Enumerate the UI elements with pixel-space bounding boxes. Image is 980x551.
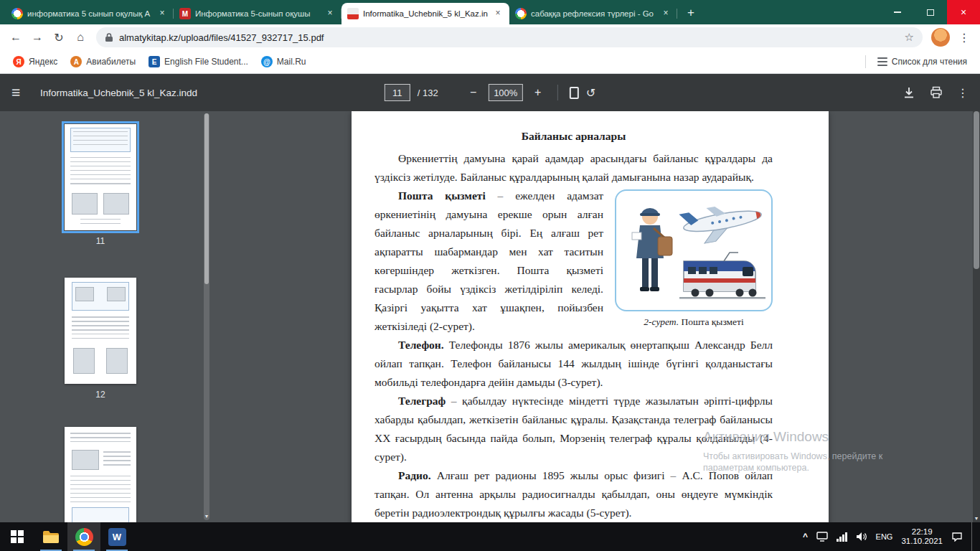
profile-avatar[interactable] [931,28,950,47]
thumbnail-text [103,451,131,468]
volume-icon[interactable] [856,532,867,542]
pdf-menu-icon[interactable]: ⋮ [957,86,969,100]
paragraph-radio: Радио. Алғаш рет радионы 1895 жылы орыс … [374,466,773,522]
sidebar-scroll-down-icon[interactable]: ▼ [204,514,209,519]
network-icon[interactable] [816,532,828,542]
taskbar-clock[interactable]: 22:19 31.10.2021 [901,527,943,546]
tab-title: информатика 5 сынып оқулық А [27,9,152,18]
pdf-page-controls: 11 / 132 − 100% + ↻ [385,84,595,101]
maximize-icon [927,9,934,16]
pdf-content-area: 11 12 [0,111,980,522]
minimize-button[interactable] [881,0,914,24]
reading-list-button[interactable]: Список для чтения [872,54,973,70]
content-scrollbar[interactable]: ▼ [973,111,980,522]
action-center-icon[interactable] [951,532,963,542]
figure-caption-text: Пошта қызметі [679,316,744,327]
bookmark-star-icon[interactable]: ☆ [905,31,914,44]
print-icon[interactable] [930,86,943,99]
bookmarks-divider [865,55,866,68]
reading-list-icon [877,57,887,66]
google-favicon [11,8,23,19]
chrome-button[interactable] [67,522,100,551]
browser-window: информатика 5 сынып оқулық А × М Информа… [0,0,980,551]
paragraph-telefon: Телефон. Телефонды 1876 жылы америкалық … [374,336,773,392]
paragraph-lead: Радио. [398,469,431,481]
forward-icon[interactable]: → [27,27,47,47]
signal-bars-icon[interactable] [837,532,847,542]
toolbar-separator [557,85,558,100]
reload-icon[interactable]: ↻ [49,27,69,47]
back-icon[interactable]: ← [6,27,26,47]
paragraph-text: Алғаш рет радионы 1895 жылы орыс физигі … [374,469,773,519]
word-icon: W [108,528,126,546]
thumbnail-text [70,433,131,446]
thumbnail-image [103,193,129,215]
bookmark-label: English File Student... [164,57,248,67]
thumbnail-page-13[interactable] [63,427,138,522]
sidebar-toggle-icon[interactable]: ≡ [11,84,36,101]
thumbnail-image [72,193,98,215]
tab-close-icon[interactable]: × [660,8,672,19]
content-scrollbar-thumb[interactable] [974,111,979,269]
bookmark-yandex[interactable]: Я Яндекс [7,53,63,70]
avia-icon: А [70,56,82,67]
bookmark-mailru[interactable]: @ Mail.Ru [255,53,312,70]
language-indicator[interactable]: ENG [876,532,893,541]
document-title: Байланыс арналары [374,127,773,146]
tab-title: Informatika_Uchebnik_5 kl_Kaz.in [363,9,488,18]
tab-search-informatika[interactable]: информатика 5 сынып оқулық А × [6,3,174,24]
paragraph-text: – ежелден адамзат өркениетінің дамуына е… [374,189,603,332]
figure-caption: 2-сурет. Пошта қызметі [640,316,748,329]
show-desktop-button[interactable] [971,522,974,551]
thumbnail-text [70,157,131,187]
sidebar-scrollbar-thumb[interactable] [204,113,209,284]
thumbnail-page-12[interactable]: 12 [63,278,138,400]
reading-list-label: Список для чтения [892,57,967,67]
tab-close-icon[interactable]: × [324,8,336,19]
thumbnail-image [73,348,95,374]
new-tab-button[interactable]: + [682,4,700,22]
tab-refleksiya[interactable]: сабаққа рефлексия түрлері - Go × [509,3,677,24]
content-scroll-down-icon[interactable]: ▼ [973,516,980,521]
sidebar-scrollbar[interactable]: ▼ [204,113,209,520]
zoom-level[interactable]: 100% [489,84,523,101]
paragraph-intro: Өркениеттің дамуына қарай адамдар арасын… [374,149,773,187]
clock-date: 31.10.2021 [901,537,943,546]
window-controls: × [881,0,980,24]
postal-service-illustration [615,189,773,311]
hidden-icons-caret[interactable]: ^ [803,532,808,542]
fit-page-icon[interactable] [570,87,579,99]
pdf-page: Байланыс арналары Өркениеттің дамуына қа… [352,111,829,522]
system-tray: ^ ENG 22:19 31.10.2021 [803,522,980,551]
maximize-button[interactable] [914,0,947,24]
word-button[interactable]: W [100,522,133,551]
windows-logo-icon [11,530,24,543]
tab-pdf-active[interactable]: Informatika_Uchebnik_5 kl_Kaz.in × [341,3,509,24]
page-number-input[interactable]: 11 [385,84,410,101]
tab-close-icon[interactable]: × [492,8,504,19]
bookmark-english-file[interactable]: E English File Student... [143,53,254,70]
tab-title: Информатика 5-сынып оқушы [195,9,320,18]
bookmark-aviabilety[interactable]: А Авиабилеты [65,53,141,70]
pdf-document-title: Informatika_Uchebnik_5 kl_Kaz.indd [40,88,197,98]
browser-menu-icon[interactable]: ⋮ [954,27,974,47]
bookmarks-bar: Я Яндекс А Авиабилеты E English File Stu… [0,50,980,74]
download-icon[interactable] [903,86,915,99]
thumbnail-text [70,476,131,503]
zoom-out-button[interactable]: − [466,86,481,99]
paragraph-lead: Пошта қызметі [398,189,486,202]
file-explorer-button[interactable] [34,522,67,551]
rotate-icon[interactable]: ↻ [586,86,595,100]
paragraph-text: Өркениеттің дамуына қарай адамдар арасын… [374,152,773,183]
home-icon[interactable]: ⌂ [70,27,90,47]
url-field[interactable]: almatykitap.kz/upload/files/41527_932717… [96,27,923,47]
tab-close-icon[interactable]: × [156,8,168,19]
start-button[interactable] [0,522,34,551]
chrome-icon [75,528,93,546]
thumbnail-page-11[interactable]: 11 [63,124,138,246]
bookmark-label: Яндекс [29,57,57,67]
zoom-in-button[interactable]: + [530,86,546,99]
close-window-button[interactable]: × [947,0,980,24]
tab-informatika-site[interactable]: М Информатика 5-сынып оқушы × [174,3,341,24]
pdf-favicon [347,8,359,19]
